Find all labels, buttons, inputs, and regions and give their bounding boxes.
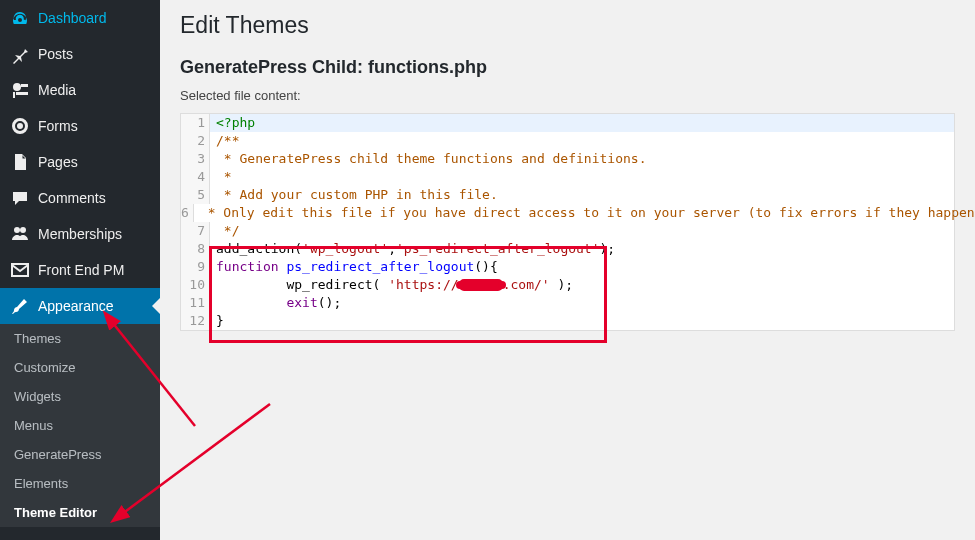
submenu-customize[interactable]: Customize [0,353,160,382]
sidebar-item-label: Media [38,82,76,98]
pages-icon [10,152,30,172]
code-content[interactable]: * Add your custom PHP in this file. [210,186,954,204]
line-number: 1 [181,114,210,132]
code-line[interactable]: 3 * GeneratePress child theme functions … [181,150,954,168]
pin-icon [10,44,30,64]
svg-point-1 [14,227,20,233]
sidebar-item-forms[interactable]: Forms [0,108,160,144]
sidebar-item-pages[interactable]: Pages [0,144,160,180]
sidebar-item-label: Forms [38,118,78,134]
sidebar-item-appearance[interactable]: Appearance [0,288,160,324]
submenu-menus[interactable]: Menus [0,411,160,440]
code-line[interactable]: 8add_action('wp_logout','ps_redirect_aft… [181,240,954,258]
dashboard-icon [10,8,30,28]
sidebar-item-label: Posts [38,46,73,62]
code-content[interactable]: * GeneratePress child theme functions an… [210,150,954,168]
svg-point-0 [13,83,21,91]
line-number: 11 [181,294,210,312]
sidebar-item-comments[interactable]: Comments [0,180,160,216]
code-content[interactable]: add_action('wp_logout','ps_redirect_afte… [210,240,954,258]
sidebar-item-frontendpm[interactable]: Front End PM [0,252,160,288]
line-number: 2 [181,132,210,150]
code-content[interactable]: * [210,168,954,186]
comments-icon [10,188,30,208]
admin-sidebar: Dashboard Posts Media Forms Pages Commen… [0,0,160,540]
svg-point-2 [20,227,26,233]
code-line[interactable]: 4 * [181,168,954,186]
code-line[interactable]: 6 * Only edit this file if you have dire… [181,204,954,222]
line-number: 3 [181,150,210,168]
sidebar-item-label: Comments [38,190,106,206]
code-content[interactable]: } [210,312,954,330]
code-line[interactable]: 12} [181,312,954,330]
line-number: 12 [181,312,210,330]
sidebar-item-dashboard[interactable]: Dashboard [0,0,160,36]
code-line[interactable]: 1<?php [181,114,954,132]
code-content[interactable]: /** [210,132,954,150]
submenu-elements[interactable]: Elements [0,469,160,498]
submenu-theme-editor[interactable]: Theme Editor [0,498,160,527]
submenu-generatepress[interactable]: GeneratePress [0,440,160,469]
submenu-widgets[interactable]: Widgets [0,382,160,411]
code-line[interactable]: 7 */ [181,222,954,240]
content-label: Selected file content: [180,88,955,103]
code-content[interactable]: wp_redirect( 'https://.com/' ); [210,276,954,294]
code-line[interactable]: 11 exit(); [181,294,954,312]
code-editor[interactable]: 1<?php2/**3 * GeneratePress child theme … [180,113,955,331]
code-content[interactable]: * Only edit this file if you have direct… [194,204,975,222]
code-content[interactable]: function ps_redirect_after_logout(){ [210,258,954,276]
page-title: Edit Themes [180,12,955,39]
sidebar-item-label: Pages [38,154,78,170]
code-line[interactable]: 10 wp_redirect( 'https://.com/' ); [181,276,954,294]
code-line[interactable]: 9function ps_redirect_after_logout(){ [181,258,954,276]
sidebar-item-media[interactable]: Media [0,72,160,108]
submenu-themes[interactable]: Themes [0,324,160,353]
media-icon [10,80,30,100]
code-content[interactable]: */ [210,222,954,240]
sidebar-item-memberships[interactable]: Memberships [0,216,160,252]
line-number: 10 [181,276,210,294]
code-line[interactable]: 2/** [181,132,954,150]
line-number: 6 [181,204,194,222]
code-content[interactable]: <?php [210,114,954,132]
main-content: Edit Themes GeneratePress Child: functio… [160,0,975,540]
file-heading: GeneratePress Child: functions.php [180,57,955,78]
line-number: 8 [181,240,210,258]
sidebar-item-posts[interactable]: Posts [0,36,160,72]
sidebar-item-label: Appearance [38,298,114,314]
appearance-submenu: Themes Customize Widgets Menus GenerateP… [0,324,160,527]
line-number: 4 [181,168,210,186]
line-number: 7 [181,222,210,240]
memberships-icon [10,224,30,244]
line-number: 9 [181,258,210,276]
code-content[interactable]: exit(); [210,294,954,312]
envelope-icon [10,260,30,280]
sidebar-item-label: Front End PM [38,262,124,278]
sidebar-item-label: Dashboard [38,10,107,26]
forms-icon [10,116,30,136]
brush-icon [10,296,30,316]
line-number: 5 [181,186,210,204]
code-line[interactable]: 5 * Add your custom PHP in this file. [181,186,954,204]
sidebar-item-label: Memberships [38,226,122,242]
